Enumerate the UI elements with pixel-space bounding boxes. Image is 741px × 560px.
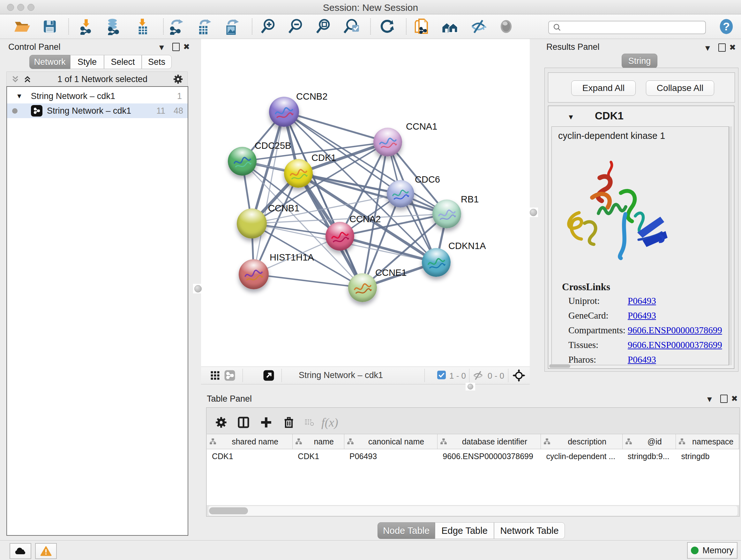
- column-header-canonical-name[interactable]: canonical name: [344, 434, 437, 449]
- column-header-namespace[interactable]: namespace: [676, 434, 739, 449]
- tab-network-table[interactable]: Network Table: [494, 522, 565, 539]
- bottom-splitter-handle[interactable]: [466, 383, 475, 390]
- results-panel-float-icon[interactable]: [718, 44, 726, 52]
- right-splitter-handle[interactable]: [529, 207, 538, 217]
- tab-edge-table[interactable]: Edge Table: [435, 522, 494, 539]
- table-panel-menu-icon[interactable]: ▼: [705, 395, 714, 403]
- network-row[interactable]: String Network – cdk1 11 48: [7, 104, 188, 118]
- table-horizontal-scrollbar-track[interactable]: [208, 506, 738, 516]
- results-horizontal-scrollbar[interactable]: [549, 364, 570, 368]
- control-panel-menu-icon[interactable]: ▼: [158, 44, 165, 51]
- table-panel-float-icon[interactable]: [720, 395, 728, 403]
- export-network-icon[interactable]: [167, 17, 185, 36]
- tab-network[interactable]: Network: [29, 55, 70, 69]
- help-icon[interactable]: ?: [718, 17, 735, 36]
- birds-eye-view-icon[interactable]: [209, 369, 221, 382]
- network-canvas[interactable]: CCNB2CCNA1CDC25BCDK1CDC6RB1CCNB1CCNA2CDK…: [201, 39, 530, 367]
- network-node-cdkn1a[interactable]: [422, 248, 451, 277]
- zoom-out-icon[interactable]: [286, 17, 305, 36]
- network-home-icon[interactable]: [441, 17, 459, 36]
- show-columns-icon[interactable]: [237, 415, 250, 429]
- cell-shared-name[interactable]: CDK1: [207, 449, 293, 463]
- control-panel-close-icon[interactable]: ✖: [183, 43, 190, 51]
- network-edges[interactable]: [201, 39, 530, 367]
- warnings-button[interactable]: [35, 543, 57, 559]
- column-header-database-identifier[interactable]: database identifier: [437, 434, 541, 449]
- hide-unhide-icon[interactable]: [469, 17, 487, 36]
- table-row[interactable]: CDK1CDK1P064939606.ENSP00000378699cyclin…: [207, 449, 739, 463]
- crosslink-value-link[interactable]: P06493: [628, 354, 656, 365]
- network-options-gear-icon[interactable]: [173, 74, 184, 84]
- results-panel-menu-icon[interactable]: ▼: [704, 44, 712, 52]
- column-header-name[interactable]: name: [293, 434, 344, 449]
- zoom-fit-icon[interactable]: [314, 17, 332, 36]
- network-node-ccna2[interactable]: [326, 222, 354, 251]
- export-image-icon[interactable]: [222, 17, 240, 36]
- column-header--id[interactable]: @id: [623, 434, 676, 449]
- network-edge[interactable]: [254, 274, 362, 288]
- tab-style[interactable]: Style: [70, 55, 104, 69]
- gene-collapse-icon[interactable]: ▼: [567, 113, 575, 121]
- network-node-ccnb1[interactable]: [237, 208, 267, 239]
- column-header-shared-name[interactable]: shared name: [207, 434, 293, 449]
- zoom-in-icon[interactable]: [259, 17, 277, 36]
- network-share-icon[interactable]: [223, 369, 236, 382]
- expand-all-networks-icon[interactable]: [23, 74, 32, 84]
- delete-table-icon[interactable]: [304, 415, 315, 429]
- cell--id[interactable]: stringdb:9...: [623, 449, 676, 463]
- tab-select[interactable]: Select: [104, 55, 142, 69]
- results-panel-close-icon[interactable]: ✖: [729, 44, 736, 51]
- table-horizontal-scrollbar-thumb[interactable]: [209, 507, 248, 514]
- collapse-all-networks-icon[interactable]: [10, 74, 20, 84]
- collapse-all-button[interactable]: Collapse All: [646, 80, 714, 96]
- cloud-button[interactable]: [10, 543, 31, 559]
- network-collection-row[interactable]: ▼ String Network – cdk1 1: [7, 89, 188, 104]
- create-column-icon[interactable]: [260, 415, 272, 429]
- function-builder-icon[interactable]: f(x): [321, 415, 338, 429]
- column-header-description[interactable]: description: [541, 434, 622, 449]
- tab-node-table[interactable]: Node Table: [378, 522, 435, 539]
- zoom-selected-icon[interactable]: [343, 17, 360, 36]
- import-network-file-icon[interactable]: [77, 17, 95, 36]
- collection-expand-icon[interactable]: ▼: [16, 92, 23, 100]
- crosslink-value-link[interactable]: 9606.ENSP00000378699: [628, 325, 722, 335]
- selected-checkbox-icon[interactable]: [437, 371, 446, 379]
- network-node-rb1[interactable]: [432, 199, 461, 228]
- search-input[interactable]: [562, 22, 697, 33]
- table-options-gear-icon[interactable]: [215, 415, 227, 429]
- crosslink-value-link[interactable]: 9606.ENSP00000378699: [628, 340, 722, 350]
- network-node-hist1h1a[interactable]: [239, 259, 269, 289]
- network-edge[interactable]: [340, 236, 436, 262]
- refresh-layout-icon[interactable]: [379, 17, 396, 36]
- delete-column-icon[interactable]: [282, 415, 295, 429]
- cell-description[interactable]: cyclin-dependent ...: [541, 449, 622, 463]
- table-panel-close-icon[interactable]: ✖: [731, 395, 738, 402]
- control-panel-float-icon[interactable]: [172, 43, 180, 51]
- export-table-icon[interactable]: [194, 17, 212, 36]
- cell-database-identifier[interactable]: 9606.ENSP00000378699: [437, 449, 541, 463]
- expand-all-button[interactable]: Expand All: [571, 80, 636, 96]
- import-table-file-icon[interactable]: [133, 17, 151, 36]
- hidden-eye-slash-icon[interactable]: [472, 369, 484, 382]
- network-node-cdc25b[interactable]: [228, 147, 257, 176]
- network-node-ccna1[interactable]: [374, 128, 402, 157]
- open-session-icon[interactable]: [13, 17, 30, 36]
- save-session-icon[interactable]: [41, 17, 59, 36]
- tab-sets[interactable]: Sets: [142, 55, 172, 69]
- crosslink-value-link[interactable]: P06493: [628, 310, 656, 321]
- left-splitter-handle[interactable]: [193, 284, 203, 294]
- cell-namespace[interactable]: stringdb: [676, 449, 739, 463]
- crosslink-value-link[interactable]: P06493: [628, 296, 656, 306]
- tab-string[interactable]: String: [622, 54, 657, 68]
- fit-content-crosshair-icon[interactable]: [513, 369, 525, 382]
- results-vertical-scrollbar[interactable]: [729, 126, 732, 365]
- cell-name[interactable]: CDK1: [293, 449, 344, 463]
- search-field[interactable]: [548, 21, 706, 34]
- open-in-window-icon[interactable]: [262, 369, 275, 382]
- network-node-cdc6[interactable]: [387, 180, 414, 207]
- memory-button[interactable]: Memory: [687, 542, 738, 559]
- cell-canonical-name[interactable]: P06493: [344, 449, 437, 463]
- presentation-orb-icon[interactable]: [497, 17, 515, 36]
- import-network-database-icon[interactable]: [104, 17, 122, 36]
- network-node-cdk1[interactable]: [284, 159, 313, 188]
